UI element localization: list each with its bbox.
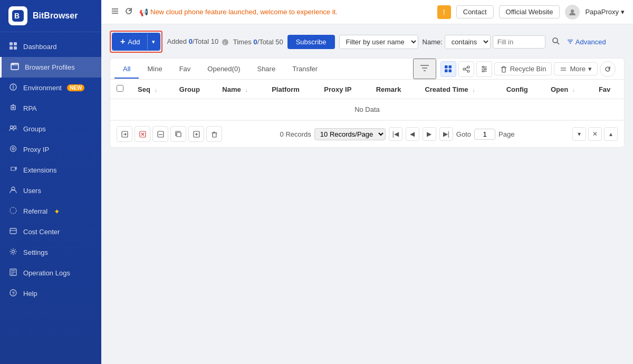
pagination-right-buttons: ▾ ✕ ▴ xyxy=(572,127,618,141)
sidebar-item-operation-logs[interactable]: Operation Logs xyxy=(0,263,101,283)
page-label: Page xyxy=(498,130,514,138)
add-dropdown-button[interactable]: ▾ xyxy=(147,34,159,50)
tab-fav[interactable]: Fav xyxy=(171,60,199,79)
app-logo: B BitBrowser xyxy=(0,0,101,32)
official-website-button[interactable]: Official Website xyxy=(499,5,560,18)
sidebar-item-settings[interactable]: Settings xyxy=(0,242,101,263)
svg-line-50 xyxy=(465,70,467,71)
svg-point-17 xyxy=(12,148,14,150)
contains-select[interactable]: contains xyxy=(445,35,491,49)
user-avatar xyxy=(565,5,580,20)
expand-down-button[interactable]: ▾ xyxy=(572,127,586,141)
sidebar-item-extensions[interactable]: Extensions xyxy=(0,160,101,180)
rpa-icon xyxy=(8,103,18,113)
first-page-button[interactable]: |◀ xyxy=(389,127,402,141)
last-page-button[interactable]: ▶| xyxy=(439,127,453,141)
collapse-button[interactable]: ✕ xyxy=(588,127,602,141)
per-page-select[interactable]: 10 Records/Page 20 Records/Page 50 Recor… xyxy=(314,128,386,140)
column-settings-button[interactable] xyxy=(476,61,492,77)
batch-move-button[interactable] xyxy=(188,126,204,142)
col-config: Config xyxy=(500,80,544,99)
svg-line-35 xyxy=(557,42,559,44)
add-button-group: + Add ▾ xyxy=(112,33,160,51)
environment-label: Environment xyxy=(23,84,62,92)
filter-by-select[interactable]: Filter by user name xyxy=(339,35,418,49)
warning-button[interactable]: ! xyxy=(437,5,451,19)
refresh-button[interactable] xyxy=(123,6,134,18)
plus-icon: + xyxy=(120,37,125,46)
tab-filter-icon-button[interactable] xyxy=(413,59,436,79)
expand-up-button[interactable]: ▴ xyxy=(604,127,618,141)
sidebar-item-groups[interactable]: Groups xyxy=(0,119,101,139)
rpa-label: RPA xyxy=(23,104,37,112)
more-button[interactable]: More ▾ xyxy=(554,62,598,75)
sidebar-item-proxy-ip[interactable]: Proxy IP xyxy=(0,139,101,160)
subscribe-button[interactable]: Subscribe xyxy=(287,35,335,49)
svg-rect-42 xyxy=(445,65,448,69)
tab-mine[interactable]: Mine xyxy=(139,60,170,79)
batch-open-button[interactable] xyxy=(117,126,132,142)
sidebar-item-dashboard[interactable]: Dashboard xyxy=(0,36,101,57)
add-button-group-highlight: + Add ▾ xyxy=(110,31,162,53)
pagination-center: 0 Records 10 Records/Page 20 Records/Pag… xyxy=(280,127,515,141)
sidebar-item-rpa[interactable]: RPA xyxy=(0,98,101,119)
grid-view-button[interactable] xyxy=(440,61,456,77)
page-input[interactable] xyxy=(474,129,495,140)
batch-edit-button[interactable] xyxy=(152,126,168,142)
svg-rect-43 xyxy=(449,65,452,69)
tab-transfer[interactable]: Transfer xyxy=(284,60,326,79)
share-icon-button[interactable] xyxy=(458,61,474,77)
col-platform: Platform xyxy=(265,80,318,99)
fill-in-input[interactable] xyxy=(493,35,545,49)
announcement-text: New cloud phone feature launched, welcom… xyxy=(150,8,338,16)
times-count: 0 xyxy=(253,38,257,46)
select-all-checkbox[interactable] xyxy=(117,85,123,92)
settings-label: Settings xyxy=(23,248,48,256)
sidebar-item-users[interactable]: Users xyxy=(0,180,101,201)
sidebar-item-environment[interactable]: Environment NEW xyxy=(0,78,101,98)
col-seq: Seq ↓ xyxy=(131,80,173,99)
more-chevron-icon: ▾ xyxy=(588,65,592,73)
svg-rect-4 xyxy=(9,46,13,50)
tab-opened[interactable]: Opened(0) xyxy=(199,60,248,79)
more-label: More xyxy=(570,65,586,73)
sidebar-item-cost-center[interactable]: Cost Center xyxy=(0,222,101,242)
goto-label: Goto xyxy=(456,130,471,138)
help-label: Help xyxy=(23,290,37,298)
operation-logs-icon xyxy=(8,268,18,278)
svg-point-19 xyxy=(10,207,16,214)
contact-button[interactable]: Contact xyxy=(456,5,494,18)
batch-delete-button[interactable] xyxy=(206,126,222,142)
tab-bar: All Mine Fav Opened(0) Share Transfer xyxy=(110,59,624,80)
groups-label: Groups xyxy=(23,125,46,133)
browser-profiles-label: Browser Profiles xyxy=(25,63,75,71)
advanced-button[interactable]: Advanced xyxy=(567,38,606,46)
environment-badge: NEW xyxy=(67,84,84,91)
batch-copy-button[interactable] xyxy=(170,126,186,142)
next-page-button[interactable]: ▶ xyxy=(423,127,436,141)
recycle-bin-label: Recycle Bin xyxy=(510,65,546,73)
extensions-label: Extensions xyxy=(23,166,57,174)
added-count: 0 xyxy=(189,37,193,45)
tab-share[interactable]: Share xyxy=(248,60,284,79)
add-main-button[interactable]: + Add xyxy=(113,34,147,50)
advanced-label: Advanced xyxy=(576,38,606,46)
sidebar-item-help[interactable]: ? Help xyxy=(0,283,101,304)
announcement-bar: 📢 New cloud phone feature launched, welc… xyxy=(139,8,432,16)
sidebar-item-referral[interactable]: Referral ✦ xyxy=(0,201,101,222)
recycle-bin-button[interactable]: Recycle Bin xyxy=(494,62,552,75)
search-button[interactable] xyxy=(550,36,562,48)
user-menu[interactable]: PapaProxy ▾ xyxy=(585,8,625,16)
prev-page-button[interactable]: ◀ xyxy=(406,127,419,141)
name-filter-label: Name: xyxy=(423,38,443,46)
tab-all[interactable]: All xyxy=(114,60,139,79)
batch-close-button[interactable] xyxy=(135,126,150,142)
username-text: PapaProxy xyxy=(585,8,619,16)
svg-point-46 xyxy=(467,66,469,68)
menu-toggle-button[interactable] xyxy=(110,6,120,18)
table-refresh-button[interactable] xyxy=(600,61,616,77)
svg-point-14 xyxy=(11,126,13,129)
sidebar-item-browser-profiles[interactable]: Browser Profiles xyxy=(0,57,101,78)
svg-rect-5 xyxy=(14,46,17,50)
cost-center-label: Cost Center xyxy=(23,228,60,236)
